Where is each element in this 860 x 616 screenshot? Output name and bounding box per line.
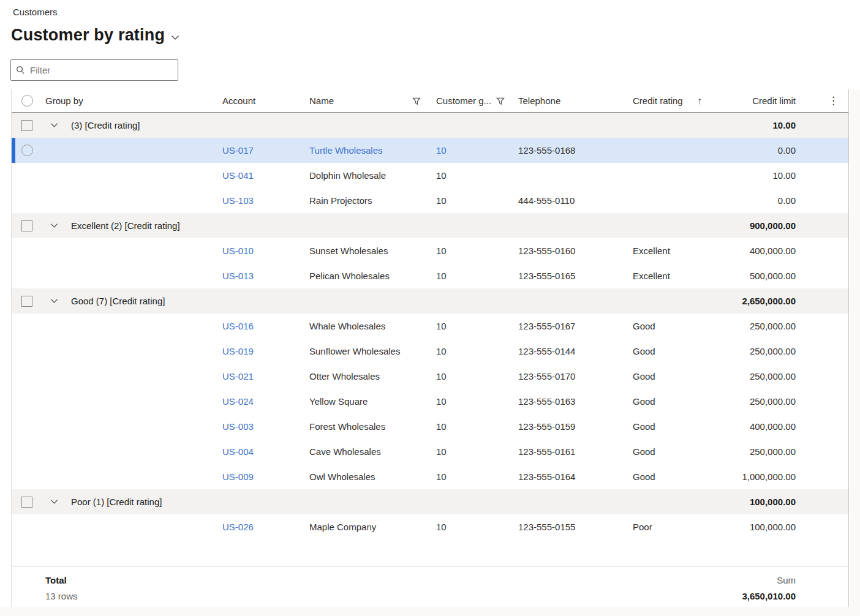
account-link[interactable]: US-103 — [211, 195, 298, 206]
select-all-cell[interactable] — [12, 89, 39, 112]
filter-funnel-icon[interactable] — [496, 97, 505, 105]
footer-sum-value: 3,650,010.00 — [720, 591, 803, 601]
bottom-gutter — [0, 607, 860, 616]
group-header-row[interactable]: (3) [Credit rating]10.00 — [12, 113, 848, 138]
filter-funnel-icon[interactable] — [412, 97, 421, 105]
customer-group-cell: 10 — [429, 471, 513, 482]
column-header-account[interactable]: Account — [211, 89, 298, 112]
group-collapse-chevron-icon[interactable] — [50, 497, 59, 506]
sort-ascending-icon[interactable]: ↑ — [697, 96, 712, 107]
table-row[interactable]: US-103Rain Projectors10444-555-01100.00 — [12, 188, 848, 213]
telephone-cell: 444-555-0110 — [513, 195, 622, 206]
customer-group-cell: 10 — [429, 170, 513, 181]
credit-rating-cell: Good — [622, 396, 720, 407]
group-checkbox[interactable] — [21, 296, 32, 307]
grid-header-row: Group by Account Name Customer g... Tele… — [12, 89, 848, 113]
account-link[interactable]: US-041 — [211, 170, 298, 181]
row-select-cell — [12, 464, 39, 489]
row-select-cell — [12, 314, 39, 339]
column-header-credit-limit[interactable]: Credit limit — [720, 89, 803, 112]
table-row[interactable]: US-003Forest Wholesales10123-555-0159Goo… — [12, 414, 848, 439]
table-row[interactable]: US-024Yellow Square10123-555-0163Good250… — [12, 389, 848, 414]
customer-name-cell: Dolphin Wholesale — [298, 170, 429, 181]
credit-limit-cell: 400,000.00 — [720, 421, 803, 432]
filter-box[interactable] — [10, 59, 178, 81]
customer-group-cell: 10 — [429, 321, 513, 331]
group-collapse-chevron-icon[interactable] — [50, 121, 59, 130]
account-link[interactable]: US-009 — [211, 471, 298, 482]
table-row[interactable]: US-026Maple Company10123-555-0155Poor100… — [12, 514, 848, 539]
page: Customers Customer by rating Group by Ac… — [0, 0, 860, 616]
row-select-cell — [12, 389, 39, 414]
more-options-icon[interactable]: ⋮ — [803, 96, 850, 106]
group-label-cell: Poor (1) [Credit rating] — [39, 497, 720, 507]
account-link[interactable]: US-016 — [211, 321, 298, 331]
account-link[interactable]: US-013 — [211, 271, 298, 281]
column-header-credit-rating[interactable]: Credit rating ↑ — [622, 89, 720, 112]
customer-grid: Group by Account Name Customer g... Tele… — [11, 89, 849, 610]
table-row[interactable]: US-010Sunset Wholesales10123-555-0160Exc… — [12, 238, 848, 263]
table-row[interactable]: US-017Turtle Wholesales10123-555-01680.0… — [12, 138, 848, 163]
customer-name-cell: Rain Projectors — [298, 195, 429, 206]
customer-name-cell: Forest Wholesales — [298, 421, 429, 432]
row-selected-radio[interactable] — [21, 145, 33, 156]
customer-group-cell: 10 — [429, 271, 513, 281]
chevron-down-icon — [170, 32, 180, 42]
grid-footer: Total Sum 13 rows 3,650,010.00 — [12, 566, 848, 610]
credit-rating-cell: Good — [622, 471, 720, 482]
column-header-name[interactable]: Name — [298, 89, 429, 112]
customer-name-cell: Turtle Wholesales — [298, 145, 429, 156]
row-select-cell — [12, 263, 39, 288]
customer-group-cell: 10 — [429, 446, 513, 457]
group-header-row[interactable]: Good (7) [Credit rating]2,650,000.00 — [12, 288, 848, 314]
credit-limit-cell: 500,000.00 — [720, 271, 803, 281]
account-link[interactable]: US-003 — [211, 421, 298, 432]
customer-group-cell: 10 — [429, 371, 513, 381]
column-header-customer-group[interactable]: Customer g... — [429, 89, 513, 112]
customer-name-cell: Cave Wholesales — [298, 446, 429, 457]
group-collapse-chevron-icon[interactable] — [50, 221, 59, 230]
customer-group-cell: 10 — [429, 396, 513, 407]
breadcrumb[interactable]: Customers — [13, 7, 58, 17]
credit-limit-cell: 250,000.00 — [720, 446, 803, 457]
table-row[interactable]: US-009Owl Wholesales10123-555-0164Good1,… — [12, 464, 848, 489]
group-collapse-chevron-icon[interactable] — [50, 296, 59, 306]
group-label-cell: Excellent (2) [Credit rating] — [39, 220, 720, 231]
group-checkbox[interactable] — [21, 497, 32, 508]
telephone-cell: 123-555-0144 — [513, 346, 622, 356]
grid-empty-space — [12, 539, 848, 566]
footer-sum-label: Sum — [720, 575, 803, 585]
credit-rating-cell: Good — [622, 421, 720, 432]
column-header-group-by[interactable]: Group by — [39, 89, 211, 112]
group-credit-limit-sum: 900,000.00 — [720, 220, 803, 231]
account-link[interactable]: US-024 — [211, 396, 298, 407]
account-link[interactable]: US-010 — [211, 246, 298, 256]
account-link[interactable]: US-019 — [211, 346, 298, 356]
credit-limit-cell: 10.00 — [720, 170, 803, 181]
account-link[interactable]: US-017 — [211, 145, 298, 156]
page-title-row[interactable]: Customer by rating — [11, 26, 180, 45]
table-row[interactable]: US-019Sunflower Wholesales10123-555-0144… — [12, 339, 848, 364]
row-select-cell — [12, 339, 39, 364]
table-row[interactable]: US-021Otter Wholesales10123-555-0170Good… — [12, 364, 848, 389]
account-link[interactable]: US-004 — [211, 446, 298, 457]
customer-group-cell: 10 — [429, 145, 513, 156]
group-select-cell — [12, 288, 39, 314]
row-select-cell — [12, 188, 39, 213]
table-row[interactable]: US-041Dolphin Wholesale1010.00 — [12, 163, 848, 188]
select-all-radio[interactable] — [21, 95, 33, 107]
filter-input[interactable] — [30, 65, 173, 75]
table-row[interactable]: US-004Cave Wholesales10123-555-0161Good2… — [12, 439, 848, 464]
group-checkbox[interactable] — [21, 120, 32, 131]
group-header-row[interactable]: Poor (1) [Credit rating]100,000.00 — [12, 489, 848, 514]
column-header-telephone[interactable]: Telephone — [513, 89, 622, 112]
credit-rating-cell: Good — [622, 346, 720, 356]
account-link[interactable]: US-021 — [211, 371, 298, 381]
customer-name-cell: Otter Wholesales — [298, 371, 429, 381]
account-link[interactable]: US-026 — [211, 522, 298, 532]
group-checkbox[interactable] — [21, 220, 32, 231]
table-row[interactable]: US-016Whale Wholesales10123-555-0167Good… — [12, 314, 848, 339]
table-row[interactable]: US-013Pelican Wholesales10123-555-0165Ex… — [12, 263, 848, 288]
customer-name-cell: Maple Company — [298, 522, 429, 532]
group-header-row[interactable]: Excellent (2) [Credit rating]900,000.00 — [12, 213, 848, 238]
